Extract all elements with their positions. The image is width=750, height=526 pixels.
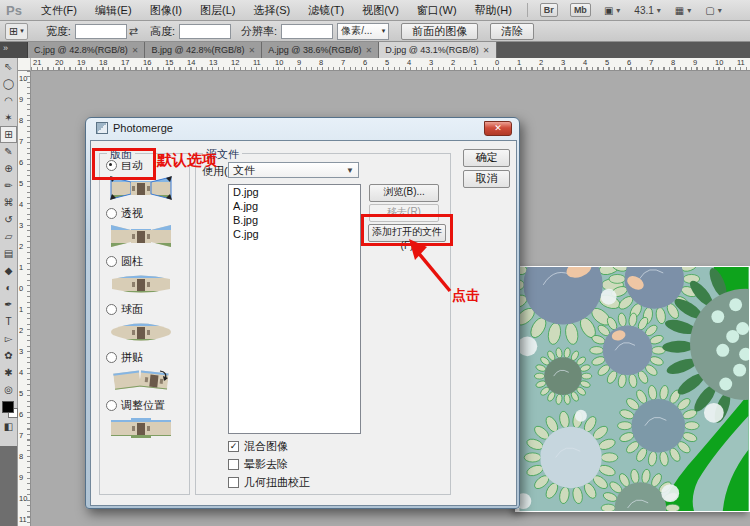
- mini-bridge-button[interactable]: Mb: [570, 3, 591, 17]
- checkbox-row[interactable]: ✓混合图像: [228, 440, 288, 452]
- radio-button-perspective[interactable]: [106, 208, 117, 219]
- document-tab[interactable]: C.jpg @ 42.8%(RGB/8)✕: [28, 42, 145, 58]
- ruler-number: 4: [407, 58, 411, 67]
- menu-item[interactable]: 选择(S): [244, 4, 299, 16]
- blur-tool[interactable]: ◆: [0, 262, 17, 279]
- brush-tool[interactable]: ✏: [0, 177, 17, 194]
- close-icon[interactable]: ✕: [483, 46, 490, 55]
- file-list-item[interactable]: A.jpg: [229, 199, 360, 213]
- layout-option-perspective: 透视: [100, 207, 189, 250]
- layout-radio-row[interactable]: 球面: [106, 303, 189, 316]
- quick-selection-tool[interactable]: ✶: [0, 109, 17, 126]
- zoom-level-control[interactable]: 43.1▾: [634, 5, 660, 16]
- path-selection-tool[interactable]: ▻: [0, 330, 17, 347]
- checkbox-row[interactable]: 晕影去除: [228, 458, 288, 470]
- ruler-number: 17: [121, 58, 129, 67]
- ruler-number: 16: [143, 58, 151, 67]
- gradient-tool[interactable]: ▤: [0, 245, 17, 262]
- eyedropper-tool[interactable]: ✎: [0, 143, 17, 160]
- menu-item[interactable]: 帮助(H): [466, 4, 521, 16]
- eraser-tool[interactable]: ▱: [0, 228, 17, 245]
- close-icon[interactable]: ✕: [249, 46, 256, 55]
- browse-button[interactable]: 浏览(B)...: [369, 184, 439, 202]
- menu-item[interactable]: 图层(L): [191, 4, 244, 16]
- layout-radio-row[interactable]: 调整位置: [106, 399, 189, 412]
- source-files-group: 源文件 使用(U): 文件 ▼ D.jpgA.jpgB.jpgC.jpg 浏览(…: [195, 153, 451, 495]
- height-input[interactable]: [179, 24, 231, 39]
- close-icon[interactable]: ✕: [365, 46, 372, 55]
- ok-button[interactable]: 确定: [463, 149, 510, 167]
- menu-item[interactable]: 图像(I): [141, 4, 191, 16]
- dodge-tool[interactable]: ◐: [0, 279, 17, 296]
- menu-item[interactable]: 窗口(W): [408, 4, 466, 16]
- tab-label: D.jpg @ 43.1%(RGB/8): [385, 45, 479, 55]
- layout-group: 版面 自动透视圆柱球面拼贴调整位置: [99, 153, 190, 495]
- view-extras-button[interactable]: ▦▾: [675, 5, 691, 16]
- ruler-number: 11: [737, 58, 745, 67]
- tool-options-bar: ⊞ ▾ 宽度: ⇄ 高度: 分辨率: 像素/... ▾ 前面的图像 清除: [0, 21, 750, 42]
- clone-stamp-tool[interactable]: ⌘: [0, 194, 17, 211]
- radio-button-collage[interactable]: [106, 352, 117, 363]
- ruler-number: 4: [583, 58, 587, 67]
- layout-radio-row[interactable]: 拼贴: [106, 351, 189, 364]
- custom-shape-tool[interactable]: ✿: [0, 347, 17, 364]
- radio-button-reposition[interactable]: [106, 400, 117, 411]
- hand-tool[interactable]: ✱: [0, 364, 17, 381]
- layout-radio-row[interactable]: 透视: [106, 207, 189, 220]
- tab-label: B.jpg @ 42.8%(RGB/8): [151, 45, 244, 55]
- ruler-number: 1: [19, 306, 29, 314]
- ruler-number: 5: [385, 58, 389, 67]
- checkbox-unchecked[interactable]: [228, 477, 239, 488]
- document-tab[interactable]: A.jpg @ 38.6%(RGB/8)✕: [262, 42, 379, 58]
- history-brush-tool[interactable]: ↺: [0, 211, 17, 228]
- clear-button[interactable]: 清除: [490, 23, 534, 40]
- arrange-documents-button[interactable]: ▣▾: [604, 5, 620, 16]
- checkbox-row[interactable]: 几何扭曲校正: [228, 476, 310, 488]
- file-list-item[interactable]: B.jpg: [229, 213, 360, 227]
- lasso-tool[interactable]: ◠: [0, 92, 17, 109]
- front-image-button[interactable]: 前面的图像: [401, 23, 478, 40]
- quick-mask-button[interactable]: ◧: [0, 418, 17, 435]
- cancel-button[interactable]: 取消: [463, 170, 510, 188]
- close-button[interactable]: ✕: [484, 121, 512, 136]
- resolution-input[interactable]: [281, 24, 333, 39]
- ruler-number: 9: [19, 96, 29, 104]
- menu-item[interactable]: 滤镜(T): [299, 4, 353, 16]
- ruler-number: 5: [605, 58, 609, 67]
- checkbox-unchecked[interactable]: [228, 459, 239, 470]
- file-list-item[interactable]: C.jpg: [229, 227, 360, 241]
- swap-dimensions-icon[interactable]: ⇄: [129, 25, 138, 38]
- use-select[interactable]: 文件 ▼: [228, 162, 359, 178]
- width-input[interactable]: [75, 24, 127, 39]
- tab-overflow-button[interactable]: »: [0, 42, 28, 58]
- width-label: 宽度:: [46, 24, 71, 39]
- pen-tool[interactable]: ✒: [0, 296, 17, 313]
- ruler-number: 2: [539, 58, 543, 67]
- color-swatches[interactable]: [0, 400, 17, 418]
- menu-item[interactable]: 编辑(E): [86, 4, 141, 16]
- file-list-item[interactable]: D.jpg: [229, 185, 360, 199]
- layout-radio-row[interactable]: 圆柱: [106, 255, 189, 268]
- crop-tool-preset[interactable]: ⊞ ▾: [5, 23, 28, 40]
- document-tab[interactable]: D.jpg @ 43.1%(RGB/8)✕: [379, 42, 496, 58]
- source-file-list[interactable]: D.jpgA.jpgB.jpgC.jpg: [228, 184, 361, 434]
- radio-button-spherical[interactable]: [106, 304, 117, 315]
- move-tool[interactable]: ⇖: [0, 58, 17, 75]
- radio-button-cylindrical[interactable]: [106, 256, 117, 267]
- menu-item[interactable]: 视图(V): [353, 4, 408, 16]
- healing-brush-tool[interactable]: ⊕: [0, 160, 17, 177]
- resolution-unit-select[interactable]: 像素/... ▾: [337, 23, 389, 40]
- checkbox-checked[interactable]: ✓: [228, 441, 239, 452]
- bridge-button[interactable]: Br: [540, 3, 558, 17]
- type-tool[interactable]: T: [0, 313, 17, 330]
- foreground-color-swatch[interactable]: [2, 401, 14, 413]
- ruler-number: 2: [19, 243, 29, 251]
- marquee-tool[interactable]: ◯: [0, 75, 17, 92]
- zoom-tool[interactable]: ◎: [0, 381, 17, 398]
- crop-tool[interactable]: ⊞: [0, 126, 17, 143]
- screen-mode-button[interactable]: ▢▾: [705, 5, 721, 16]
- document-tab[interactable]: B.jpg @ 42.8%(RGB/8)✕: [145, 42, 262, 58]
- close-icon[interactable]: ✕: [132, 46, 139, 55]
- menu-item[interactable]: 文件(F): [32, 4, 86, 16]
- layout-option-label: 透视: [121, 206, 143, 221]
